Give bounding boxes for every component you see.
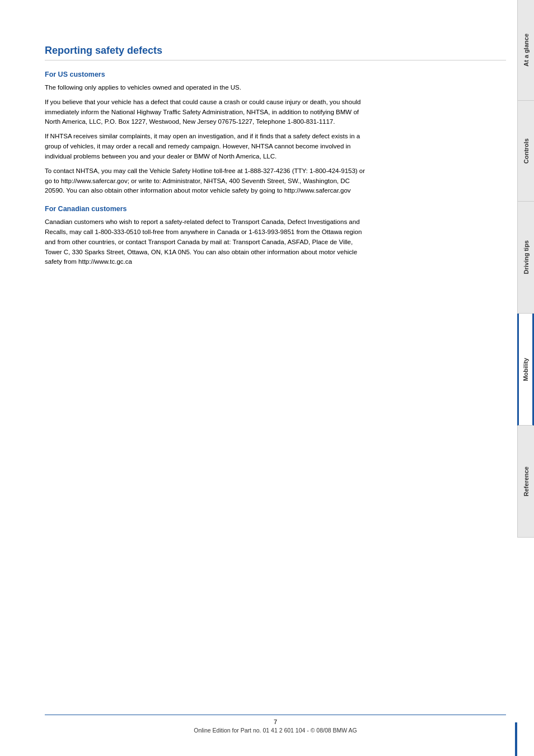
footer-text: Online Edition for Part no. 01 41 2 601 …	[194, 727, 357, 734]
us-para-1: The following only applies to vehicles o…	[45, 83, 369, 93]
page-number: 7	[45, 718, 506, 725]
section-heading-us: For US customers	[45, 71, 506, 78]
us-para-4: To contact NHTSA, you may call the Vehic…	[45, 166, 369, 196]
page-footer: 7 Online Edition for Part no. 01 41 2 60…	[45, 715, 506, 734]
page-title: Reporting safety defects	[45, 45, 506, 60]
sidebar-item-at-glance-label: At a glance	[519, 27, 533, 73]
sidebar-tabs: At a glance Controls Driving tips Mobili…	[517, 0, 534, 756]
canada-para-1: Canadian customers who wish to report a …	[45, 217, 369, 267]
sidebar-item-reference-label: Reference	[519, 460, 533, 503]
sidebar-item-mobility[interactable]: Mobility	[517, 314, 534, 426]
main-content: Reporting safety defects For US customer…	[45, 45, 506, 711]
sidebar-item-driving-tips-label: Driving tips	[519, 234, 533, 281]
sidebar-item-at-glance[interactable]: At a glance	[517, 0, 534, 101]
page-container: Reporting safety defects For US customer…	[0, 0, 534, 756]
section-canadian-customers: For Canadian customers Canadian customer…	[45, 205, 506, 267]
section-heading-canada: For Canadian customers	[45, 205, 506, 213]
us-para-2: If you believe that your vehicle has a d…	[45, 97, 369, 127]
sidebar-item-driving-tips[interactable]: Driving tips	[517, 202, 534, 314]
us-para-3: If NHTSA receives similar complaints, it…	[45, 132, 369, 161]
sidebar-item-mobility-label: Mobility	[519, 351, 532, 388]
section-us-customers: For US customers The following only appl…	[45, 71, 506, 196]
sidebar-item-controls-label: Controls	[519, 132, 533, 170]
sidebar-item-reference[interactable]: Reference	[517, 426, 534, 538]
sidebar-item-controls[interactable]: Controls	[517, 101, 534, 202]
